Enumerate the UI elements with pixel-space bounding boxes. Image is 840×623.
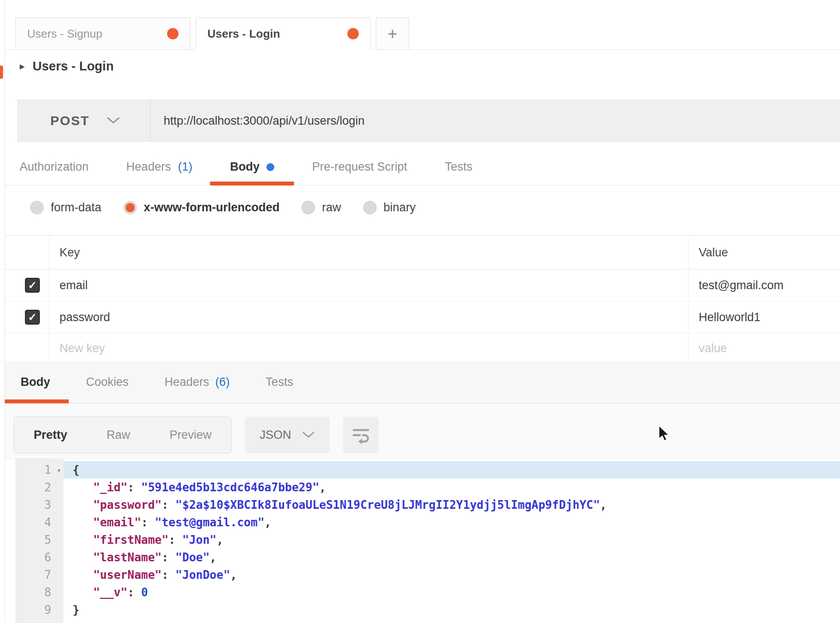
param-key-cell[interactable]: password: [49, 301, 688, 333]
url-input[interactable]: http://localhost:3000/api/v1/users/login: [150, 100, 840, 141]
response-tab-body[interactable]: Body: [21, 361, 50, 403]
code-text: "password": "$2a$10$XBCIk8IufoaULeS1N19C…: [63, 496, 840, 514]
code-token: ,: [217, 533, 224, 546]
code-token: ,: [210, 551, 217, 564]
code-text: {: [63, 461, 840, 479]
key-column-header: Key: [49, 236, 688, 269]
code-token: {: [73, 463, 80, 476]
body-mode-binary[interactable]: binary: [363, 201, 416, 214]
code-line: 4 "email": "test@gmail.com",: [5, 514, 840, 531]
value-column-header: Value: [688, 236, 840, 269]
tab-pre-request-script[interactable]: Pre-request Script: [312, 149, 407, 185]
code-token: :: [141, 516, 155, 529]
line-number: 8: [5, 584, 63, 601]
fold-arrow-icon[interactable]: ▾: [57, 462, 61, 479]
code-token: [73, 533, 93, 546]
code-line: 6 "lastName": "Doe",: [5, 549, 840, 566]
method-dropdown[interactable]: POST: [18, 100, 150, 141]
radio-icon: [123, 201, 137, 214]
code-token: "Doe": [175, 551, 210, 564]
code-text: "userName": "JonDoe",: [63, 566, 840, 584]
view-mode-group: PrettyRawPreview: [14, 416, 232, 453]
body-mode-form-data[interactable]: form-data: [30, 201, 102, 214]
request-tab[interactable]: Users - Login: [196, 18, 371, 49]
code-token: "JonDoe": [175, 568, 230, 581]
unsaved-dot-icon: [167, 28, 178, 39]
tab-count-badge: (1): [178, 160, 192, 174]
line-number: 2: [5, 479, 63, 496]
body-mode-label: binary: [384, 201, 416, 214]
body-mode-raw[interactable]: raw: [301, 201, 341, 214]
code-text: "email": "test@gmail.com",: [63, 514, 840, 531]
edited-dot-icon: [266, 163, 274, 171]
view-mode-pretty[interactable]: Pretty: [14, 417, 87, 453]
tab-label: Authorization: [20, 160, 89, 174]
response-section-tabs: BodyCookiesHeaders(6)Tests: [5, 361, 840, 403]
code-token: "591e4ed5b13cdc646a7bbe29": [141, 481, 319, 494]
open-new-tab-button[interactable]: +: [376, 18, 409, 49]
code-token: :: [127, 586, 141, 599]
code-text: "_id": "591e4ed5b13cdc646a7bbe29",: [63, 479, 840, 496]
request-title: Users - Login: [33, 59, 114, 74]
code-token: :: [168, 533, 182, 546]
tab-headers[interactable]: Headers(1): [126, 149, 192, 185]
view-mode-raw[interactable]: Raw: [87, 417, 150, 453]
body-mode-label: raw: [322, 201, 341, 214]
tab-tests[interactable]: Tests: [445, 149, 472, 185]
param-value-cell[interactable]: Helloworld1: [688, 301, 840, 333]
wrap-text-button[interactable]: [343, 416, 379, 453]
collapse-arrow-icon[interactable]: ▸: [20, 60, 25, 72]
checked-checkbox[interactable]: ✓: [25, 310, 40, 325]
request-title-row: ▸ Users - Login: [5, 50, 114, 82]
param-key-cell[interactable]: email: [49, 270, 688, 301]
code-token: "password": [93, 498, 162, 511]
code-line: 2 "_id": "591e4ed5b13cdc646a7bbe29",: [5, 479, 840, 496]
language-dropdown[interactable]: JSON: [245, 416, 330, 453]
checked-checkbox[interactable]: ✓: [25, 278, 40, 293]
checkbox-cell: ✓: [5, 278, 49, 293]
tab-authorization[interactable]: Authorization: [20, 149, 89, 185]
tab-label: Users - Signup: [27, 27, 102, 41]
response-tab-cookies[interactable]: Cookies: [86, 361, 129, 403]
chevron-down-icon: [106, 117, 120, 125]
body-mode-x-www-form-urlencoded[interactable]: x-www-form-urlencoded: [123, 201, 280, 214]
code-text: "lastName": "Doe",: [63, 549, 840, 566]
chevron-down-icon: [302, 431, 315, 439]
response-toolbar: PrettyRawPreview JSON: [5, 403, 840, 458]
code-line: 1▾{: [5, 461, 840, 479]
new-key-input[interactable]: New key: [49, 333, 688, 363]
new-value-input[interactable]: value: [688, 333, 840, 363]
code-token: ,: [319, 481, 326, 494]
tab-body[interactable]: Body: [230, 149, 275, 185]
code-token: :: [162, 498, 175, 511]
code-text: "firstName": "Jon",: [63, 531, 840, 549]
param-value-cell[interactable]: test@gmail.com: [688, 270, 840, 301]
code-token: "Jon": [182, 533, 216, 546]
left-rail: [0, 0, 5, 623]
tab-count-badge: (6): [215, 375, 230, 389]
main-pane: Users - SignupUsers - Login + ▸ Users - …: [5, 0, 840, 623]
checkbox-cell: ✓: [5, 310, 49, 325]
line-number: 7: [5, 566, 63, 584]
response-tab-tests[interactable]: Tests: [266, 361, 293, 403]
body-type-selector: form-datax-www-form-urlencodedrawbinary: [5, 186, 840, 229]
response-tab-headers[interactable]: Headers(6): [164, 361, 230, 403]
language-label: JSON: [260, 428, 291, 442]
code-token: "_id": [93, 481, 127, 494]
line-number: 4: [5, 514, 63, 531]
code-token: }: [73, 603, 80, 616]
code-token: 0: [141, 586, 148, 599]
radio-icon: [30, 201, 44, 214]
code-token: :: [127, 481, 141, 494]
urlencoded-params-table: Key Value ✓emailtest@gmail.com✓passwordH…: [5, 235, 840, 364]
param-row: ✓emailtest@gmail.com: [5, 270, 840, 301]
tab-label: Headers: [164, 375, 209, 389]
param-row: ✓passwordHelloworld1: [5, 301, 840, 333]
view-mode-preview[interactable]: Preview: [150, 417, 231, 453]
response-body-viewer[interactable]: 1▾{2 "_id": "591e4ed5b13cdc646a7bbe29",3…: [5, 458, 840, 623]
code-token: "__v": [93, 586, 127, 599]
tab-label: Body: [21, 375, 50, 389]
request-tab[interactable]: Users - Signup: [15, 18, 190, 49]
code-token: "$2a$10$XBCIk8IufoaULeS1N19CreU8jLJMrgII…: [175, 498, 600, 511]
tab-label: Users - Login: [207, 27, 280, 41]
